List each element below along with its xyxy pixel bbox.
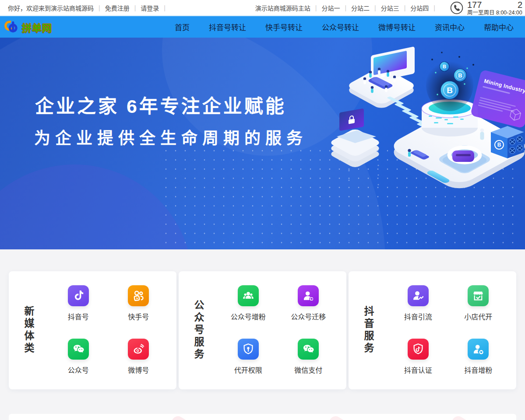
meeting-platform	[345, 46, 417, 110]
separator	[404, 4, 406, 11]
logo-icon	[4, 19, 19, 35]
site-logo[interactable]: 拼单网	[4, 19, 52, 35]
service-item-douyin-fans-growth[interactable]: 抖音增粉	[448, 330, 509, 383]
card-gongzhonghao-services: 公众号服务 公众号增粉 公众号迁移 代开权限 微信支付	[179, 271, 346, 389]
douyin-shield-icon	[408, 339, 429, 360]
logo-text: 拼单网	[22, 20, 52, 34]
wechat-pay-icon	[298, 339, 319, 360]
card-douyin-services: 抖音服务 抖音引流 小店代开 抖音认证 抖音增粉	[349, 271, 516, 389]
login-link[interactable]: 请登录	[141, 4, 159, 12]
decor-blob	[324, 414, 382, 420]
substation-3-link[interactable]: 分站三	[381, 4, 399, 12]
separator	[99, 4, 100, 11]
decor-blob	[447, 414, 497, 420]
separator	[315, 4, 317, 11]
service-item-label: 抖音号	[68, 311, 89, 322]
service-item-wechat-pay[interactable]: 微信支付	[278, 330, 339, 383]
substation-4-link[interactable]: 分站四	[410, 4, 429, 12]
service-item-douyin-verification[interactable]: 抖音认证	[388, 330, 448, 383]
substation-1-link[interactable]: 分站一	[321, 4, 340, 12]
service-item-label: 抖音引流	[404, 311, 432, 322]
service-cards-section: 新媒体类 抖音号 快手号 公众号 微博号 公众号服务	[9, 271, 516, 389]
service-item-label: 公众号增粉	[231, 311, 266, 322]
service-item-account-migration[interactable]: 公众号迁移	[278, 276, 339, 330]
main-menu: 首页 抖音号转让 快手号转让 公众号转让 微博号转让 资讯中心 帮助中心	[175, 21, 514, 32]
main-site-link[interactable]: 演示站商城源码主站	[255, 4, 310, 12]
rig-coin-symbol: B	[497, 142, 501, 148]
fans-heart-icon	[468, 339, 489, 360]
card-title: 公众号服务	[179, 271, 218, 389]
separator	[433, 4, 435, 11]
card-new-media: 新媒体类 抖音号 快手号 公众号 微博号	[9, 271, 176, 389]
service-item-label: 公众号迁移	[291, 311, 326, 322]
service-item-kuaishou-account[interactable]: 快手号	[109, 276, 169, 330]
topbar-site-links: 演示站商城源码主站 分站一 分站二 分站三 分站四	[255, 4, 440, 12]
service-item-permission-opening[interactable]: 代开权限	[218, 330, 278, 383]
card-title: 新媒体类	[9, 271, 48, 389]
service-item-store-opening[interactable]: 小店代开	[448, 276, 509, 330]
hero-headline-1: 企业之家 6年专注企业赋能	[35, 91, 286, 118]
account-migrate-icon	[298, 285, 319, 306]
service-item-douyin-traffic[interactable]: 抖音引流	[388, 276, 448, 330]
phone-contact: 177 2 周一至周日 8:00-24:00	[450, 0, 522, 16]
decor-blob	[167, 414, 221, 420]
service-item-label: 微信支付	[294, 364, 322, 375]
service-item-label: 小店代开	[464, 311, 492, 322]
greeting-text: 你好，欢迎来到演示站商城源码	[8, 4, 94, 12]
hero-headline-2: 为企业提供全生命周期的服务	[34, 125, 307, 149]
douyin-icon	[68, 285, 89, 306]
service-item-wechat-account[interactable]: 公众号	[48, 330, 109, 383]
phone-number-suffix: 2	[518, 0, 522, 10]
service-item-label: 抖音增粉	[464, 364, 492, 375]
server-stack	[328, 108, 382, 169]
topbar: 你好，欢迎来到演示站商城源码 免费注册 请登录 演示站商城源码主站 分站一 分站…	[0, 0, 525, 16]
weibo-icon	[128, 339, 149, 360]
separator	[345, 4, 346, 11]
service-item-fans-growth[interactable]: 公众号增粉	[218, 276, 278, 330]
service-item-label: 公众号	[68, 364, 89, 375]
nav-item-home[interactable]: 首页	[175, 21, 190, 32]
shield-key-icon	[238, 339, 259, 360]
laptop-lock	[339, 108, 364, 131]
nav-item-weibo-transfer[interactable]: 微博号转让	[378, 21, 416, 32]
service-item-label: 快手号	[128, 311, 149, 322]
substation-2-link[interactable]: 分站二	[351, 4, 370, 12]
service-item-label: 代开权限	[234, 364, 262, 375]
service-item-weibo-account[interactable]: 微博号	[109, 330, 169, 383]
traffic-person-icon	[408, 285, 429, 306]
separator	[374, 4, 376, 11]
store-check-icon	[468, 285, 489, 306]
nav-item-douyin-transfer[interactable]: 抖音号转让	[209, 21, 246, 32]
fans-group-icon	[238, 285, 259, 306]
standing-person	[480, 129, 484, 140]
nav-item-gongzhonghao-transfer[interactable]: 公众号转让	[322, 21, 359, 32]
service-item-douyin-account[interactable]: 抖音号	[48, 276, 109, 330]
svg-text:B: B	[447, 86, 453, 95]
phone-number: 177	[467, 0, 482, 10]
next-section-panel	[9, 414, 516, 420]
hero-banner: 企业之家 6年专注企业赋能 为企业提供全生命周期的服务	[0, 38, 525, 249]
kuaishou-icon	[128, 285, 149, 306]
navbar: 拼单网 首页 抖音号转让 快手号转让 公众号转让 微博号转让 资讯中心 帮助中心	[0, 16, 525, 38]
nav-item-kuaishou-transfer[interactable]: 快手号转让	[265, 21, 303, 32]
service-item-label: 抖音认证	[404, 364, 432, 375]
nav-item-news-center[interactable]: 资讯中心	[435, 21, 465, 32]
mining-rig: B	[491, 126, 524, 158]
phone-icon	[450, 1, 464, 15]
svg-text:B: B	[458, 72, 462, 79]
svg-text:B: B	[443, 64, 446, 69]
nav-item-help-center[interactable]: 帮助中心	[484, 21, 514, 32]
wechat-icon	[68, 339, 89, 360]
register-link[interactable]: 免费注册	[105, 4, 130, 12]
separator	[134, 4, 136, 11]
hero-illustration: B B B B	[328, 42, 525, 190]
service-hours: 周一至周日 8:00-24:00	[467, 10, 522, 16]
service-item-label: 微博号	[128, 364, 149, 375]
floating-coins: B B B	[426, 52, 474, 111]
card-title: 抖音服务	[349, 271, 388, 389]
separator	[164, 4, 166, 11]
